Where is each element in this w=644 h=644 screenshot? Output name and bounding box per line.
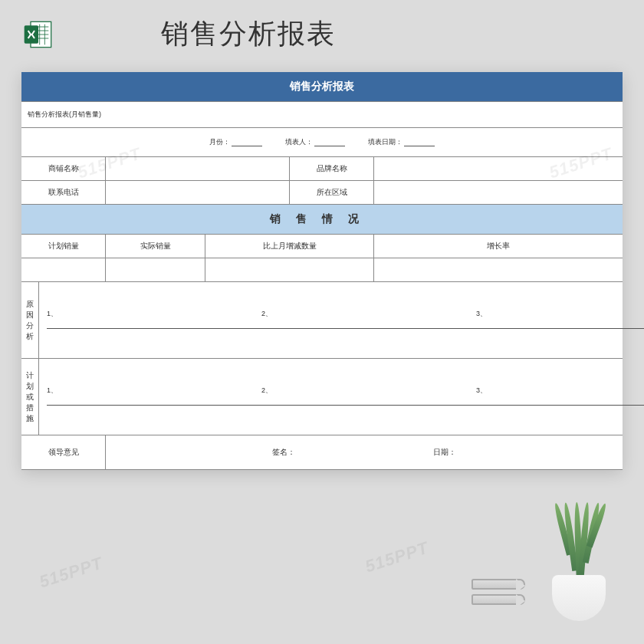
filldate-label: 填表日期： [368, 137, 435, 147]
val-planned [21, 258, 106, 281]
col-actual: 实际销量 [106, 235, 205, 258]
month-label: 月份： [209, 137, 262, 147]
phone-label: 联系电话 [21, 181, 106, 204]
paperclip-decoration [472, 579, 525, 610]
col-delta: 比上月增减数量 [205, 235, 374, 258]
page-header: 销售分析报表 [0, 0, 644, 64]
page-title: 销售分析报表 [161, 15, 336, 53]
shop-name-label: 商铺名称 [21, 157, 106, 180]
phone-value [106, 181, 290, 204]
val-growth [374, 258, 623, 281]
form-meta-row: 月份： 填表人： 填表日期： [21, 128, 623, 156]
signature-row: 签名： 日期： [106, 435, 623, 469]
col-planned: 计划销量 [21, 235, 106, 258]
region-label: 所在区域 [290, 181, 374, 204]
region-value [374, 181, 623, 204]
spreadsheet-template: 销售分析报表 销售分析报表(月销售量) 月份： 填表人： 填表日期： 商铺名称 … [21, 72, 623, 470]
val-actual [106, 258, 205, 281]
excel-icon [23, 19, 54, 50]
val-delta [205, 258, 374, 281]
reason-analysis-label: 原因分析 [21, 282, 39, 358]
plant-decoration [544, 498, 613, 621]
plan-measures-content: 1、 2、 3、 4、 [39, 359, 644, 435]
filler-label: 填表人： [285, 137, 345, 147]
brand-name-label: 品牌名称 [290, 157, 374, 180]
brand-name-value [374, 157, 623, 180]
shop-name-value [106, 157, 290, 180]
date-label: 日期： [433, 447, 456, 458]
watermark: 515PPT [37, 553, 105, 592]
sheet-title-bar: 销售分析报表 [21, 72, 623, 101]
section-header-sales: 销售情况 [21, 205, 623, 234]
leader-opinion-label: 领导意见 [21, 435, 106, 469]
signature-label: 签名： [272, 447, 295, 458]
plan-measures-label: 计划或措施 [21, 359, 39, 435]
sheet-subtitle: 销售分析报表(月销售量) [21, 102, 623, 127]
reason-analysis-content: 1、 2、 3、 4、 [39, 282, 644, 358]
col-growth: 增长率 [374, 235, 623, 258]
watermark: 515PPT [363, 537, 431, 577]
